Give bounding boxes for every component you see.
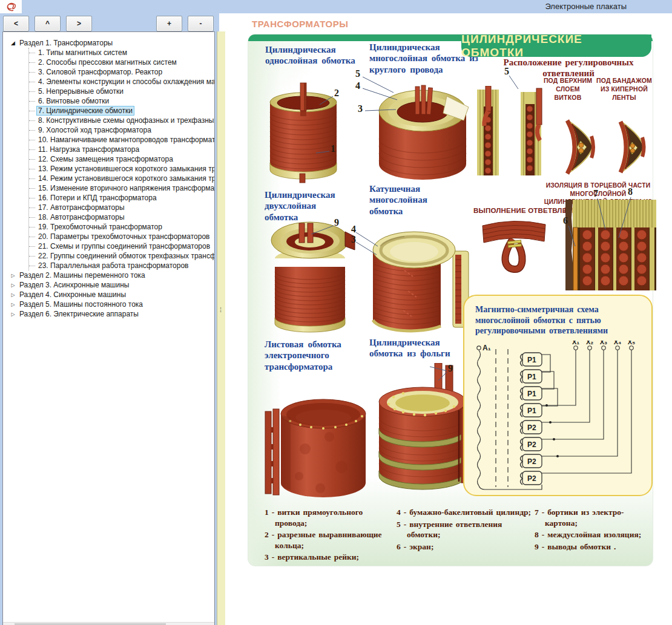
tree-item[interactable]: 17. Автотрансформаторы (29, 203, 214, 212)
svg-text:X₁: X₁ (572, 341, 579, 345)
svg-text:A₁: A₁ (483, 344, 491, 352)
tree-item[interactable]: 10. Намагничивание магннтопроводов транс… (29, 135, 214, 145)
foil-winding-figure (367, 363, 479, 494)
back-button[interactable]: < (3, 16, 29, 31)
app-logo-icon (5, 2, 16, 11)
category-title: ТРАНСФОРМАТОРЫ (252, 19, 348, 29)
sheet-winding-figure (263, 376, 369, 503)
svg-text:P1: P1 (527, 356, 536, 364)
legend-item: 8 - междуслойная изоляция; (535, 529, 646, 540)
schematic-diagram: A₁ X₁ X₂ X₃ X₄ X₅ P1 P1 P1 P1 P2 P2 P2 P… (469, 341, 650, 493)
tree-section-label: Раздел 1. Трансформаторы (19, 39, 113, 47)
single-layer-heading: Цилиндрическая однослойная обмотка (265, 44, 357, 67)
sheet-heading: Листовая обмотка электропечного трансфор… (265, 339, 366, 372)
callout: 8 (628, 186, 633, 197)
tree-item[interactable]: 14. Режим установившегося короткого замы… (29, 174, 214, 183)
tree-section-2[interactable]: ▷ Раздел 2. Машины переменного тока (7, 270, 214, 280)
taps-heading: Расположение регулировочных ответвлений (492, 57, 645, 79)
splitter-grip-icon: ⁞ (220, 309, 222, 311)
forward-button[interactable]: > (66, 16, 92, 31)
tree-section-1-children: 1. Типы магнитных систем 2. Способы прес… (28, 48, 214, 270)
tree-section-6[interactable]: ▷ Раздел 6. Электрические аппараты (7, 309, 214, 319)
svg-text:P2: P2 (527, 424, 536, 432)
legend-item: 5 - внутренние ответвления обмотки; (397, 519, 535, 540)
legend-item: 7 - бортики из электро- картона; (535, 507, 646, 528)
tree-expanded-icon[interactable]: ◢ (10, 40, 16, 46)
poster-title-banner: ЦИЛИНДРИЧЕСКИЕ ОБМОТКИ (461, 34, 651, 57)
callout: 4 (351, 224, 356, 235)
tree-section-5[interactable]: ▷ Раздел 5. Машины постоянного тока (7, 299, 214, 309)
tree-item[interactable]: 12. Схемы замещения трансформатора (29, 154, 214, 164)
tree-item[interactable]: 11. Нагрузка трансформатора (29, 145, 214, 154)
poster-title: ЦИЛИНДРИЧЕСКИЕ ОБМОТКИ (461, 33, 651, 59)
tree-item[interactable]: 20. Параметры трехобмоточных трансформат… (29, 232, 214, 241)
tree-collapsed-icon[interactable]: ▷ (10, 283, 16, 288)
expand-all-button[interactable]: + (156, 16, 182, 31)
callout: 7 (593, 188, 598, 199)
titlebar: Электронные плакаты (0, 0, 672, 13)
legend-item: 2 - разрезные выравнивающие кольца; (265, 529, 397, 551)
svg-text:P1: P1 (527, 390, 536, 398)
foil-heading: Цилиндрическая обмотка из фольги (369, 337, 477, 359)
tree-item[interactable]: 6. Винтовые обмотки (29, 96, 214, 106)
legend-item: 6 - экран; (397, 542, 535, 552)
svg-text:X₃: X₃ (600, 341, 607, 345)
svg-text:P1: P1 (527, 407, 536, 415)
callout: 5 (355, 68, 360, 79)
tree-collapsed-icon[interactable]: ▷ (10, 273, 16, 278)
scroll-right-icon[interactable]: ❯ (203, 623, 214, 625)
tree-item[interactable]: 19. Трехобмоточный трансформатор (29, 222, 214, 232)
two-layer-winding-figure (260, 216, 363, 338)
tree-section-4[interactable]: ▷ Раздел 4. Синхронные машины (7, 290, 214, 299)
tree-item[interactable]: 16. Потери и КПД трансформатора (29, 193, 214, 203)
svg-text:X₂: X₂ (586, 341, 593, 345)
tree-item[interactable]: 5. Непрерывные обмотки (29, 87, 214, 96)
tree-item[interactable]: 22. Группы соединений обмоток трехфазных… (29, 251, 214, 261)
svg-text:X₄: X₄ (614, 341, 622, 345)
horizontal-scrollbar[interactable]: ❮ ❯ (3, 622, 214, 625)
tree-item[interactable]: 15. Изменение вторичного напряжения тран… (29, 183, 214, 193)
tree-section-label: Раздел 5. Машины постоянного тока (19, 300, 143, 309)
toc-tree: ◢ Раздел 1. Трансформаторы 1. Типы магни… (3, 32, 214, 319)
tree-section-1[interactable]: ◢ Раздел 1. Трансформаторы (7, 38, 214, 48)
legend-item: 4 - бумажно-бакелитовый цилиндр; (397, 507, 535, 518)
tree-collapsed-icon[interactable]: ▷ (10, 312, 16, 317)
tree-item[interactable]: 4. Элементы конструкции н способы охлажд… (29, 77, 214, 87)
svg-text:X₅: X₅ (628, 341, 635, 345)
poster-legend: 1 - витки прямоугольного провода; 2 - ра… (265, 507, 646, 564)
svg-text:P2: P2 (527, 457, 536, 466)
tree-item[interactable]: 21. Схемы и группы соединений трансформа… (29, 241, 214, 251)
app-logo (0, 0, 22, 13)
tree-item[interactable]: 8. Конструктивные схемы однофазных и тре… (29, 116, 214, 125)
tree-collapsed-icon[interactable]: ▷ (10, 302, 16, 307)
tree-section-label: Раздел 6. Электрические аппараты (19, 310, 139, 318)
navigation-pane: < ^ > + - ◢ Раздел 1. Трансформаторы 1. … (0, 13, 219, 625)
scroll-left-icon[interactable]: ❮ (3, 623, 14, 625)
coil-multilayer-heading: Катушечная многослойная обмотка (369, 183, 461, 217)
schematic-title: Магнитно-симметричная схема многослойной… (475, 304, 644, 336)
tree-item[interactable]: 2. Способы прессовки магнитных систем (29, 57, 214, 67)
tree-item[interactable]: 13. Режим установившегося короткого замы… (29, 164, 214, 174)
callout: 9 (334, 217, 339, 228)
coil-multilayer-figure (368, 220, 478, 338)
tree-item[interactable]: 3. Силовой трансформатор. Реактор (29, 67, 214, 77)
taps-sub2: ПОД БАНДАЖОМ ИЗ КИПЕРНОЙ ЛЕНТЫ (596, 77, 653, 102)
callout: 2 (334, 88, 339, 99)
tree-collapsed-icon[interactable]: ▷ (10, 292, 16, 298)
callout: 9 (448, 363, 453, 374)
up-button[interactable]: ^ (35, 16, 61, 31)
collapse-all-button[interactable]: - (188, 16, 214, 31)
tree-item-selected[interactable]: 7. Цилиндрические обмотки (29, 106, 214, 116)
tap-execution-figure (480, 216, 548, 279)
legend-item: 3 - вертикальные рейки; (265, 552, 397, 563)
schematic-box: Магнитно-симметричная схема многослойной… (463, 295, 653, 496)
tree-section-label: Раздел 3. Асинхронные машины (19, 281, 129, 289)
tree-item[interactable]: 23. Параллельная работа трансформаторов (29, 261, 214, 270)
tree-item[interactable]: 18. Автотрансформаторы (29, 212, 214, 222)
single-layer-winding-figure (264, 80, 346, 187)
tree-section-3[interactable]: ▷ Раздел 3. Асинхронные машины (7, 280, 214, 290)
tree-item[interactable]: 1. Типы магнитных систем (29, 48, 214, 57)
tree-item[interactable]: 9. Холостой ход трансформатора (29, 125, 214, 135)
callout: 4 (355, 80, 360, 91)
callout: 6 (563, 215, 568, 226)
